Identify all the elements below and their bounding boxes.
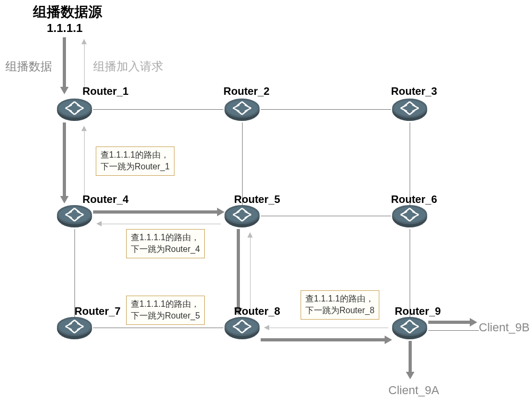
router-1-icon [56,99,93,123]
join-line-r9-r8 [269,328,388,328]
note-r4: 查1.1.1.1的路由， 下一跳为Router_1 [96,146,174,176]
data-arrowhead-r1-r4 [60,196,69,203]
data-arrowhead-r9-c9b [470,318,477,327]
note-r5-line2: 下一跳为Router_4 [131,243,200,255]
note-r4-line1: 查1.1.1.1的路由， [101,149,170,161]
note-r8-line1: 查1.1.1.1的路由， [131,298,200,310]
note-r9: 查1.1.1.1的路由， 下一跳为Router_8 [301,290,379,320]
data-arrow-r5-r8 [237,229,240,309]
label-r9: Router_9 [395,305,441,317]
data-arrow-r9-c9b [428,321,471,324]
join-request-label: 组播加入请求 [93,59,163,75]
data-arrow-r4-r5 [93,210,218,214]
join-arrowhead-r9-r8 [264,325,269,330]
data-arrow-r8-r9 [261,338,386,341]
client-9a-label: Client_9A [388,383,439,397]
link-r4-r7 [74,229,75,317]
link-r7-r8 [93,328,223,328]
join-line-r4-r1 [84,130,85,202]
note-r9-line2: 下一跳为Router_8 [305,305,375,316]
data-arrowhead-r9-c9a [406,372,414,379]
link-r2-r3 [261,109,391,110]
label-r5: Router_5 [234,193,280,206]
label-r1: Router_1 [82,85,129,97]
label-r3: Router_3 [391,85,437,97]
link-r2-r5 [242,123,243,205]
router-3-icon [391,99,428,123]
note-r8-line2: 下一跳为Router_5 [131,310,200,322]
label-r6: Router_6 [391,193,437,206]
router-6-icon [391,205,428,229]
note-r9-line1: 查1.1.1.1的路由， [305,293,375,305]
join-line-r5-r4 [101,224,221,224]
label-r7: Router_7 [74,305,121,317]
note-r8: 查1.1.1.1的路由， 下一跳为Router_5 [126,296,205,325]
link-r5-r6 [261,216,391,216]
link-r3-r6 [410,123,410,205]
join-line-r8-r5 [250,237,251,314]
note-r5-line1: 查1.1.1.1的路由， [131,232,200,243]
label-r8: Router_8 [234,305,280,317]
link-r9-c9b [428,330,479,331]
data-arrow-r1-r4 [63,123,66,197]
router-7-icon [56,317,93,341]
link-r6-r9 [410,229,410,317]
join-arrowhead-r5-r4 [96,221,102,226]
label-r4: Router_4 [82,193,129,206]
router-2-icon [223,99,261,123]
join-arrowhead-r8-r5 [247,232,253,238]
source-ip: 1.1.1.1 [47,21,82,35]
data-arrowhead-src-r1 [60,87,69,94]
source-title: 组播数据源 [33,3,102,21]
client-9b-label: Client_9B [479,321,529,334]
join-arrowhead-r1-src [81,39,87,44]
router-5-icon [223,205,261,229]
data-arrow-r9-c9a [409,341,412,373]
router-9-icon [391,317,428,341]
router-8-icon [223,317,261,341]
note-r5: 查1.1.1.1的路由， 下一跳为Router_4 [126,229,205,258]
multicast-data-label: 组播数据 [5,59,52,75]
router-4-icon [56,205,93,229]
join-arrowhead-r4-r1 [81,126,87,131]
label-r2: Router_2 [223,85,270,97]
note-r4-line2: 下一跳为Router_1 [101,161,170,173]
data-arrow-src-r1 [63,37,66,88]
link-r1-r2 [93,109,223,110]
